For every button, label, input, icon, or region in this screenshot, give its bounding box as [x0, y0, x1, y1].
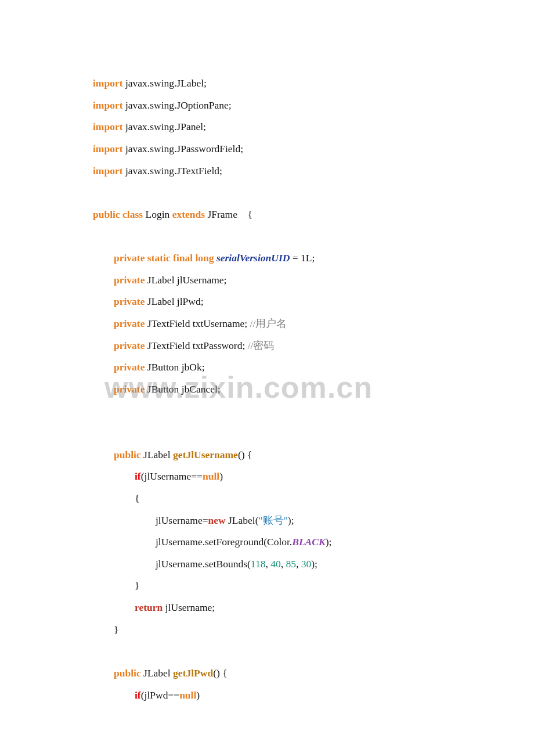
- code-token: = 1L;: [290, 252, 315, 264]
- code-token: ): [196, 689, 200, 701]
- code-token: public: [114, 667, 141, 679]
- code-line: import javax.swing.JTextField;: [93, 160, 441, 182]
- code-token: private: [114, 361, 145, 373]
- code-line: jlUsername=new JLabel("账号");: [93, 510, 441, 532]
- code-token: );: [311, 558, 317, 570]
- code-token: jlUsername.setForeground(Color.: [156, 536, 292, 548]
- code-token: ,: [265, 558, 270, 570]
- code-token: null: [203, 470, 219, 482]
- code-token: import: [93, 143, 123, 154]
- code-line: private JTextField txtPassword; //密码: [93, 335, 441, 357]
- code-line: [93, 182, 441, 204]
- code-token: public: [114, 449, 141, 460]
- code-token: );: [326, 536, 332, 548]
- code-token: //密码: [248, 340, 275, 351]
- code-token: //用户名: [250, 318, 287, 329]
- code-token: if: [135, 470, 141, 482]
- code-token: }: [114, 624, 118, 635]
- code-token: import: [93, 121, 123, 132]
- code-line: if(jlPwd==null): [93, 685, 441, 707]
- code-token: javax.swing.JPanel;: [123, 121, 206, 132]
- code-line: public JLabel getJlUsername() {: [93, 444, 441, 466]
- code-token: JFrame {: [205, 208, 252, 220]
- code-token: () {: [213, 667, 227, 679]
- code-token: jlUsername;: [163, 602, 215, 613]
- code-token: BLACK: [292, 536, 325, 548]
- code-line: }: [93, 575, 441, 597]
- code-token: if: [135, 689, 141, 701]
- code-line: public class Login extends JFrame {: [93, 204, 441, 226]
- code-token: getJlUsername: [173, 449, 238, 460]
- code-token: JLabel(: [226, 514, 259, 526]
- code-token: JButton jbOk;: [145, 361, 204, 373]
- code-token: JLabel jlPwd;: [145, 296, 203, 307]
- code-token: (jlPwd==: [141, 689, 179, 701]
- code-token: import: [93, 99, 123, 111]
- code-token: 85: [286, 558, 296, 570]
- code-token: () {: [238, 449, 252, 460]
- code-line: import javax.swing.JPasswordField;: [93, 138, 441, 160]
- code-line: [93, 422, 441, 444]
- code-token: JTextField txtUsername;: [145, 318, 250, 329]
- code-line: import javax.swing.JPanel;: [93, 116, 441, 138]
- code-line: public JLabel getJlPwd() {: [93, 663, 441, 685]
- code-token: getJlPwd: [173, 667, 213, 679]
- code-token: ,: [296, 558, 301, 570]
- code-token: public class: [93, 208, 143, 220]
- code-token: private: [114, 318, 145, 329]
- code-token: private: [114, 383, 145, 395]
- code-line: private JLabel jlPwd;: [93, 291, 441, 313]
- code-token: private: [114, 274, 145, 286]
- code-token: (jlUsername==: [141, 470, 203, 482]
- code-token: javax.swing.JLabel;: [123, 77, 207, 89]
- code-token: 40: [270, 558, 281, 570]
- code-token: import: [93, 77, 123, 89]
- code-line: [93, 640, 441, 663]
- code-token: 30: [301, 558, 312, 570]
- code-token: jlUsername=: [156, 514, 208, 526]
- code-token: );: [288, 514, 294, 526]
- code-line: private JButton jbCancel;: [93, 379, 441, 401]
- code-line: jlUsername.setBounds(118, 40, 85, 30);: [93, 553, 441, 575]
- code-token: jlUsername.setBounds(: [156, 558, 251, 570]
- code-token: private static final long: [114, 252, 214, 264]
- code-line: return jlUsername;: [93, 597, 441, 619]
- code-token: return: [135, 602, 163, 613]
- code-line: import javax.swing.JOptionPane;: [93, 95, 441, 117]
- code-line: import javax.swing.JLabel;: [93, 73, 441, 95]
- code-line: jlUsername.setForeground(Color.BLACK);: [93, 531, 441, 553]
- code-token: import: [93, 165, 123, 177]
- code-token: new: [208, 514, 226, 526]
- code-token: ): [219, 470, 223, 482]
- code-line: [93, 400, 441, 422]
- code-token: serialVersionUID: [217, 252, 290, 264]
- code-line: {: [93, 488, 441, 510]
- code-token: }: [135, 579, 139, 591]
- code-token: {: [135, 492, 139, 504]
- code-token: JLabel: [141, 449, 173, 460]
- code-token: JTextField txtPassword;: [145, 340, 247, 351]
- code-token: private: [114, 296, 145, 307]
- code-token: null: [179, 689, 196, 701]
- code-line: private JLabel jlUsername;: [93, 269, 441, 291]
- code-line: private JTextField txtUsername; //用户名: [93, 313, 441, 335]
- code-token: javax.swing.JOptionPane;: [123, 99, 232, 111]
- code-line: }: [93, 619, 441, 641]
- code-token: JLabel: [141, 667, 173, 679]
- code-token: javax.swing.JPasswordField;: [123, 143, 244, 154]
- code-line: [93, 225, 441, 247]
- code-token: extends: [172, 208, 205, 220]
- code-token: 118: [251, 558, 266, 570]
- code-token: "账号": [259, 514, 288, 526]
- code-token: JButton jbCancel;: [145, 383, 220, 395]
- code-line: if(jlUsername==null): [93, 466, 441, 488]
- code-token: Login: [143, 208, 172, 220]
- code-token: javax.swing.JTextField;: [123, 165, 222, 177]
- code-token: private: [114, 340, 145, 351]
- code-line: private static final long serialVersionU…: [93, 247, 441, 269]
- code-line: private JButton jbOk;: [93, 357, 441, 379]
- code-page: import javax.swing.JLabel;import javax.s…: [0, 0, 534, 756]
- code-token: JLabel jlUsername;: [145, 274, 226, 286]
